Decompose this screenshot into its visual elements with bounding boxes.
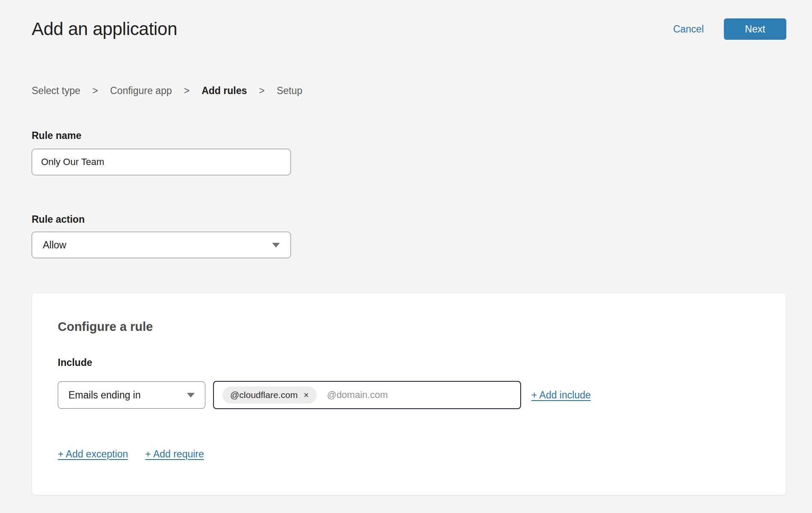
rule-action-select[interactable]: Allow xyxy=(32,232,291,258)
cancel-button[interactable]: Cancel xyxy=(673,24,704,35)
breadcrumb-separator: > xyxy=(184,85,190,97)
rule-name-input[interactable] xyxy=(32,149,291,175)
page-header: Add an application Cancel Next xyxy=(32,0,786,40)
rule-action-selected-value: Allow xyxy=(43,239,66,251)
chevron-down-icon xyxy=(187,393,195,398)
page-title: Add an application xyxy=(32,18,177,40)
chevron-down-icon xyxy=(272,243,280,248)
rule-name-label: Rule name xyxy=(32,130,786,142)
email-domain-text-input[interactable] xyxy=(327,389,514,401)
rule-extra-links-row: + Add exception + Add require xyxy=(58,448,760,460)
include-selector-select[interactable]: Emails ending in xyxy=(58,381,205,409)
breadcrumb-separator: > xyxy=(92,85,98,97)
next-button[interactable]: Next xyxy=(724,18,786,40)
email-domain-chip-label: @cloudflare.com xyxy=(230,390,298,400)
include-selector-value: Emails ending in xyxy=(68,389,141,401)
rule-card-title: Configure a rule xyxy=(58,319,760,334)
rule-action-label: Rule action xyxy=(32,214,786,225)
page: Add an application Cancel Next Select ty… xyxy=(0,0,812,495)
breadcrumb: Select type > Configure app > Add rules … xyxy=(32,85,786,97)
chip-remove-icon[interactable]: ✕ xyxy=(303,391,309,399)
add-exception-link[interactable]: + Add exception xyxy=(58,448,128,460)
breadcrumb-step-configure-app[interactable]: Configure app xyxy=(110,85,172,97)
configure-rule-card: Configure a rule Include Emails ending i… xyxy=(32,292,786,495)
include-rule-row: Emails ending in @cloudflare.com ✕ + Add… xyxy=(58,381,760,409)
add-include-link[interactable]: + Add include xyxy=(531,389,591,401)
email-domain-tag-input[interactable]: @cloudflare.com ✕ xyxy=(213,381,521,409)
add-require-link[interactable]: + Add require xyxy=(145,448,204,460)
header-actions: Cancel Next xyxy=(673,18,786,40)
breadcrumb-step-select-type[interactable]: Select type xyxy=(32,85,80,97)
include-label: Include xyxy=(58,357,760,369)
breadcrumb-separator: > xyxy=(259,85,264,97)
email-domain-chip: @cloudflare.com ✕ xyxy=(222,386,317,404)
breadcrumb-step-setup[interactable]: Setup xyxy=(277,85,302,97)
breadcrumb-step-add-rules[interactable]: Add rules xyxy=(202,85,247,97)
